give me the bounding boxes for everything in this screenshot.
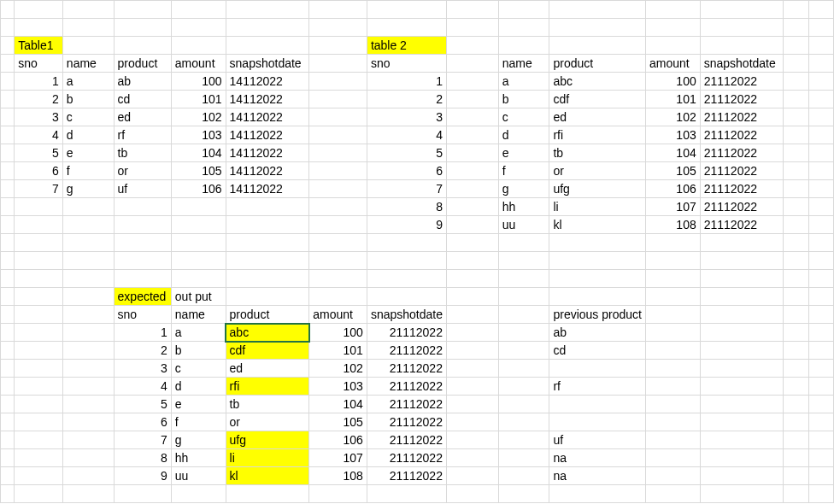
t1-sno[interactable]: 5 [15, 144, 63, 162]
cell[interactable] [808, 180, 833, 198]
cell[interactable] [1, 431, 15, 449]
t1-name[interactable]: d [62, 126, 114, 144]
cell[interactable] [1, 234, 15, 252]
cell[interactable] [784, 378, 808, 396]
cell[interactable] [446, 19, 498, 37]
cell[interactable] [62, 342, 114, 360]
cell[interactable] [1, 198, 15, 216]
cell[interactable] [549, 252, 646, 270]
cell[interactable] [62, 234, 114, 252]
exp-product[interactable]: tb [226, 396, 309, 413]
cell[interactable] [1, 342, 15, 360]
cell[interactable] [498, 19, 549, 37]
cell[interactable] [446, 378, 498, 396]
cell[interactable] [784, 413, 808, 431]
cell[interactable] [15, 431, 63, 449]
cell[interactable] [700, 306, 784, 324]
cell[interactable] [498, 467, 549, 485]
cell[interactable] [784, 73, 808, 91]
cell[interactable] [808, 396, 833, 413]
cell[interactable] [549, 37, 646, 55]
t1-snapshotdate[interactable]: 14112022 [226, 162, 309, 180]
cell[interactable] [645, 234, 700, 252]
cell[interactable] [549, 288, 646, 306]
cell[interactable] [15, 1, 63, 19]
cell[interactable] [784, 449, 808, 467]
cell[interactable] [808, 162, 833, 180]
cell[interactable] [309, 288, 367, 306]
cell[interactable] [446, 485, 498, 503]
t2-amount[interactable]: 105 [645, 162, 700, 180]
cell[interactable] [15, 198, 63, 216]
cell[interactable] [700, 234, 784, 252]
cell[interactable] [808, 431, 833, 449]
cell[interactable] [62, 288, 114, 306]
t1-name[interactable]: c [62, 108, 114, 126]
cell[interactable] [1, 485, 15, 503]
exp-prev[interactable]: rf [549, 378, 646, 396]
cell[interactable] [309, 485, 367, 503]
cell[interactable] [498, 324, 549, 342]
cell[interactable] [645, 431, 700, 449]
cell[interactable] [446, 37, 498, 55]
cell[interactable] [62, 19, 114, 37]
t2-product[interactable]: cdf [549, 91, 646, 108]
cell[interactable] [498, 396, 549, 413]
cell[interactable] [700, 467, 784, 485]
exp-snapshotdate[interactable]: 21112022 [367, 431, 446, 449]
exp-name[interactable]: b [171, 342, 226, 360]
cell[interactable] [498, 413, 549, 431]
cell[interactable] [645, 396, 700, 413]
t2-snapshotdate[interactable]: 21112022 [700, 144, 784, 162]
cell[interactable] [700, 324, 784, 342]
cell[interactable] [446, 413, 498, 431]
t2-amount[interactable]: 103 [645, 126, 700, 144]
cell[interactable] [784, 37, 808, 55]
cell[interactable] [784, 144, 808, 162]
cell[interactable] [498, 342, 549, 360]
cell[interactable] [784, 306, 808, 324]
exp-product[interactable]: ufg [226, 431, 309, 449]
cell[interactable] [309, 234, 367, 252]
exp-product[interactable]: abc [226, 324, 309, 342]
t2-amount[interactable]: 101 [645, 91, 700, 108]
cell[interactable] [446, 180, 498, 198]
cell[interactable] [784, 198, 808, 216]
t2-snapshotdate[interactable]: 21112022 [700, 162, 784, 180]
cell[interactable] [645, 485, 700, 503]
cell[interactable] [1, 252, 15, 270]
exp-name[interactable]: d [171, 378, 226, 396]
cell[interactable] [1, 467, 15, 485]
cell[interactable] [62, 378, 114, 396]
t2-name[interactable]: e [498, 144, 549, 162]
cell[interactable] [808, 126, 833, 144]
t2-snapshotdate[interactable]: 21112022 [700, 126, 784, 144]
cell[interactable] [446, 91, 498, 108]
cell[interactable] [367, 1, 446, 19]
cell[interactable] [784, 19, 808, 37]
exp-snapshotdate[interactable]: 21112022 [367, 360, 446, 378]
t2-snapshotdate[interactable]: 21112022 [700, 91, 784, 108]
exp-name[interactable]: c [171, 360, 226, 378]
t1-snapshotdate[interactable]: 14112022 [226, 73, 309, 91]
t2-snapshotdate[interactable]: 21112022 [700, 108, 784, 126]
t1-product[interactable]: uf [114, 180, 171, 198]
cell[interactable] [645, 270, 700, 288]
exp-product[interactable]: or [226, 413, 309, 431]
cell[interactable] [784, 360, 808, 378]
t2-name[interactable]: g [498, 180, 549, 198]
exp-product[interactable]: ed [226, 360, 309, 378]
cell[interactable] [62, 1, 114, 19]
t1-snapshotdate[interactable]: 14112022 [226, 126, 309, 144]
cell[interactable] [1, 126, 15, 144]
cell[interactable] [784, 234, 808, 252]
exp-prev[interactable]: na [549, 467, 646, 485]
cell[interactable] [784, 431, 808, 449]
t2-product[interactable]: li [549, 198, 646, 216]
cell[interactable] [309, 55, 367, 73]
cell[interactable] [226, 288, 309, 306]
cell[interactable] [446, 306, 498, 324]
exp-prev[interactable] [549, 396, 646, 413]
cell[interactable] [62, 485, 114, 503]
exp-snapshotdate[interactable]: 21112022 [367, 324, 446, 342]
